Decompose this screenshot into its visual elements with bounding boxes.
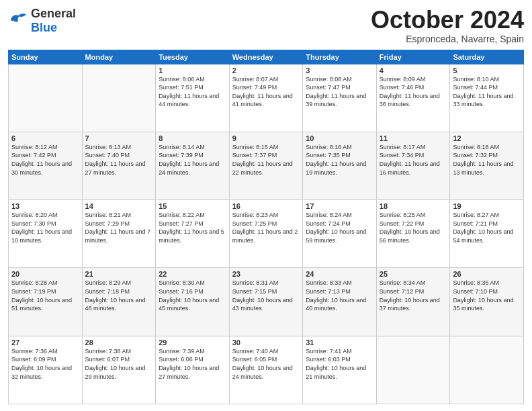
- calendar-table: SundayMondayTuesdayWednesdayThursdayFrid…: [8, 50, 524, 404]
- day-number: 16: [232, 202, 300, 210]
- day-number: 4: [380, 66, 447, 75]
- calendar-cell: 3Sunrise: 8:08 AM Sunset: 7:47 PM Daylig…: [303, 64, 377, 132]
- day-number: 17: [306, 202, 373, 210]
- day-info: Sunrise: 8:30 AM Sunset: 7:16 PM Dayligh…: [159, 279, 226, 312]
- calendar-cell: 16Sunrise: 8:23 AM Sunset: 7:25 PM Dayli…: [229, 200, 303, 268]
- day-info: Sunrise: 7:41 AM Sunset: 6:03 PM Dayligh…: [306, 347, 373, 381]
- day-info: Sunrise: 8:08 AM Sunset: 7:47 PM Dayligh…: [306, 75, 373, 109]
- location: Espronceda, Navarre, Spain: [371, 34, 524, 44]
- day-info: Sunrise: 8:28 AM Sunset: 7:19 PM Dayligh…: [11, 279, 79, 312]
- calendar-cell: 18Sunrise: 8:25 AM Sunset: 7:22 PM Dayli…: [376, 200, 450, 268]
- day-header-tuesday: Tuesday: [156, 50, 230, 64]
- calendar-cell: 29Sunrise: 7:39 AM Sunset: 6:06 PM Dayli…: [156, 336, 230, 404]
- day-info: Sunrise: 8:33 AM Sunset: 7:13 PM Dayligh…: [306, 279, 373, 312]
- calendar-cell: 15Sunrise: 8:22 AM Sunset: 7:27 PM Dayli…: [156, 200, 230, 268]
- calendar-cell: 6Sunrise: 8:12 AM Sunset: 7:42 PM Daylig…: [9, 132, 83, 199]
- calendar-cell: [82, 64, 156, 132]
- day-info: Sunrise: 8:16 AM Sunset: 7:35 PM Dayligh…: [306, 143, 373, 177]
- day-number: 29: [159, 338, 226, 347]
- day-number: 19: [453, 202, 521, 210]
- calendar-cell: 19Sunrise: 8:27 AM Sunset: 7:21 PM Dayli…: [450, 200, 524, 268]
- day-number: 6: [11, 134, 79, 142]
- calendar-cell: 30Sunrise: 7:40 AM Sunset: 6:05 PM Dayli…: [229, 336, 303, 404]
- page: General Blue October 2024 Espronceda, Na…: [0, 0, 532, 411]
- day-number: 8: [159, 134, 226, 142]
- day-number: 27: [11, 338, 79, 347]
- day-number: 10: [306, 134, 373, 142]
- calendar-cell: 24Sunrise: 8:33 AM Sunset: 7:13 PM Dayli…: [303, 268, 377, 336]
- day-number: 14: [85, 202, 153, 210]
- day-number: 13: [11, 202, 79, 210]
- day-number: 12: [453, 134, 521, 142]
- day-info: Sunrise: 8:22 AM Sunset: 7:27 PM Dayligh…: [159, 211, 226, 244]
- logo: General Blue: [8, 7, 76, 34]
- header: General Blue October 2024 Espronceda, Na…: [8, 7, 524, 44]
- day-number: 22: [159, 270, 226, 278]
- month-title: October 2024: [371, 7, 524, 34]
- day-info: Sunrise: 8:18 AM Sunset: 7:32 PM Dayligh…: [453, 143, 521, 177]
- calendar-cell: [450, 336, 524, 404]
- day-number: 28: [85, 338, 153, 347]
- calendar-week-3: 13Sunrise: 8:20 AM Sunset: 7:30 PM Dayli…: [9, 200, 524, 268]
- day-number: 25: [380, 270, 447, 278]
- day-info: Sunrise: 8:09 AM Sunset: 7:46 PM Dayligh…: [380, 75, 447, 109]
- day-number: 15: [159, 202, 226, 210]
- calendar-week-5: 27Sunrise: 7:36 AM Sunset: 6:09 PM Dayli…: [9, 336, 524, 404]
- day-info: Sunrise: 8:13 AM Sunset: 7:40 PM Dayligh…: [85, 143, 153, 177]
- day-header-monday: Monday: [82, 50, 156, 64]
- day-info: Sunrise: 8:12 AM Sunset: 7:42 PM Dayligh…: [11, 143, 79, 177]
- day-info: Sunrise: 8:27 AM Sunset: 7:21 PM Dayligh…: [453, 211, 521, 244]
- calendar-cell: [376, 336, 450, 404]
- calendar-cell: 9Sunrise: 8:15 AM Sunset: 7:37 PM Daylig…: [229, 132, 303, 199]
- logo-general: General: [31, 7, 76, 20]
- calendar-cell: 17Sunrise: 8:24 AM Sunset: 7:24 PM Dayli…: [303, 200, 377, 268]
- calendar-cell: 5Sunrise: 8:10 AM Sunset: 7:44 PM Daylig…: [450, 64, 524, 132]
- calendar-cell: 7Sunrise: 8:13 AM Sunset: 7:40 PM Daylig…: [82, 132, 156, 199]
- day-info: Sunrise: 8:29 AM Sunset: 7:18 PM Dayligh…: [85, 279, 153, 312]
- day-number: 23: [232, 270, 300, 278]
- day-number: 30: [232, 338, 300, 347]
- day-number: 11: [380, 134, 447, 142]
- calendar-cell: 27Sunrise: 7:36 AM Sunset: 6:09 PM Dayli…: [9, 336, 83, 404]
- calendar-header-row: SundayMondayTuesdayWednesdayThursdayFrid…: [9, 50, 524, 64]
- calendar-week-4: 20Sunrise: 8:28 AM Sunset: 7:19 PM Dayli…: [9, 268, 524, 336]
- day-info: Sunrise: 8:20 AM Sunset: 7:30 PM Dayligh…: [11, 211, 79, 244]
- day-info: Sunrise: 7:40 AM Sunset: 6:05 PM Dayligh…: [232, 347, 300, 381]
- day-number: 18: [380, 202, 447, 210]
- day-info: Sunrise: 8:17 AM Sunset: 7:34 PM Dayligh…: [380, 143, 447, 177]
- day-info: Sunrise: 8:21 AM Sunset: 7:29 PM Dayligh…: [85, 211, 153, 244]
- day-number: 7: [85, 134, 153, 142]
- calendar-cell: 4Sunrise: 8:09 AM Sunset: 7:46 PM Daylig…: [376, 64, 450, 132]
- calendar-cell: 8Sunrise: 8:14 AM Sunset: 7:39 PM Daylig…: [156, 132, 230, 199]
- calendar-week-1: 1Sunrise: 8:06 AM Sunset: 7:51 PM Daylig…: [9, 64, 524, 132]
- day-number: 3: [306, 66, 373, 75]
- day-info: Sunrise: 8:07 AM Sunset: 7:49 PM Dayligh…: [232, 75, 300, 109]
- calendar-cell: 23Sunrise: 8:31 AM Sunset: 7:15 PM Dayli…: [229, 268, 303, 336]
- calendar-cell: 28Sunrise: 7:38 AM Sunset: 6:07 PM Dayli…: [82, 336, 156, 404]
- day-header-saturday: Saturday: [450, 50, 524, 64]
- day-info: Sunrise: 7:38 AM Sunset: 6:07 PM Dayligh…: [85, 347, 153, 381]
- logo-icon: [8, 12, 28, 27]
- calendar-cell: 25Sunrise: 8:34 AM Sunset: 7:12 PM Dayli…: [376, 268, 450, 336]
- day-header-thursday: Thursday: [303, 50, 377, 64]
- day-number: 26: [453, 270, 521, 278]
- calendar-cell: [9, 64, 83, 132]
- calendar-cell: 14Sunrise: 8:21 AM Sunset: 7:29 PM Dayli…: [82, 200, 156, 268]
- day-number: 9: [232, 134, 300, 142]
- calendar-cell: 10Sunrise: 8:16 AM Sunset: 7:35 PM Dayli…: [303, 132, 377, 199]
- logo-blue: Blue: [31, 21, 76, 35]
- day-info: Sunrise: 8:14 AM Sunset: 7:39 PM Dayligh…: [159, 143, 226, 177]
- calendar-cell: 21Sunrise: 8:29 AM Sunset: 7:18 PM Dayli…: [82, 268, 156, 336]
- calendar-cell: 2Sunrise: 8:07 AM Sunset: 7:49 PM Daylig…: [229, 64, 303, 132]
- day-info: Sunrise: 8:34 AM Sunset: 7:12 PM Dayligh…: [380, 279, 447, 312]
- calendar-cell: 1Sunrise: 8:06 AM Sunset: 7:51 PM Daylig…: [156, 64, 230, 132]
- day-number: 31: [306, 338, 373, 347]
- day-info: Sunrise: 8:31 AM Sunset: 7:15 PM Dayligh…: [232, 279, 300, 312]
- day-number: 5: [453, 66, 521, 75]
- title-block: October 2024 Espronceda, Navarre, Spain: [371, 7, 524, 44]
- day-header-friday: Friday: [376, 50, 450, 64]
- day-info: Sunrise: 8:23 AM Sunset: 7:25 PM Dayligh…: [232, 211, 300, 244]
- calendar-cell: 11Sunrise: 8:17 AM Sunset: 7:34 PM Dayli…: [376, 132, 450, 199]
- day-info: Sunrise: 8:06 AM Sunset: 7:51 PM Dayligh…: [159, 75, 226, 109]
- day-info: Sunrise: 8:35 AM Sunset: 7:10 PM Dayligh…: [453, 279, 521, 312]
